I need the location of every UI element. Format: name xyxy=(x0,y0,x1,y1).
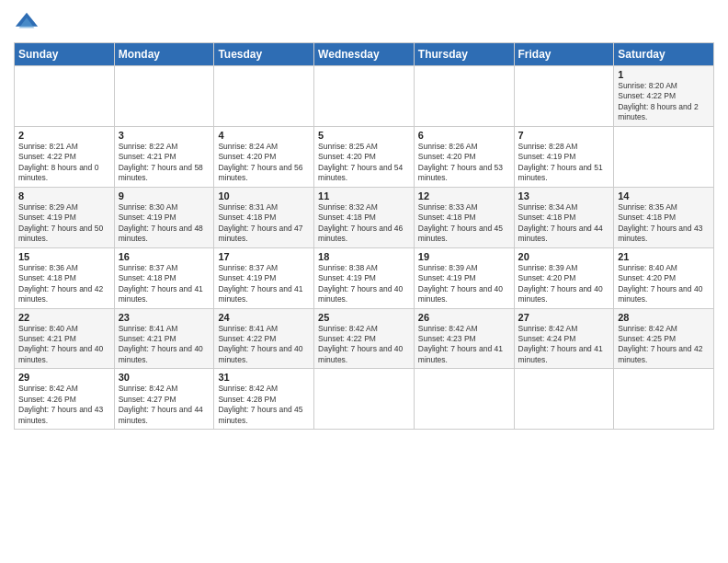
daylight: Daylight: 7 hours and 40 minutes. xyxy=(318,344,403,363)
sunrise: Sunrise: 8:31 AM xyxy=(218,202,278,212)
cell-content: Sunrise: 8:42 AM Sunset: 4:23 PM Dayligh… xyxy=(418,324,510,366)
sunset: Sunset: 4:18 PM xyxy=(318,213,376,222)
day-number: 26 xyxy=(418,312,510,323)
daylight: Daylight: 8 hours and 0 minutes. xyxy=(18,163,98,182)
cell-content: Sunrise: 8:37 AM Sunset: 4:18 PM Dayligh… xyxy=(119,263,210,305)
cell-content: Sunrise: 8:42 AM Sunset: 4:24 PM Dayligh… xyxy=(518,324,610,366)
calendar-cell: 20 Sunrise: 8:39 AM Sunset: 4:20 PM Dayl… xyxy=(514,247,614,308)
calendar-cell: 8 Sunrise: 8:29 AM Sunset: 4:19 PM Dayli… xyxy=(15,187,115,247)
calendar-cell xyxy=(314,66,415,127)
calendar-cell: 1 Sunrise: 8:20 AM Sunset: 4:22 PM Dayli… xyxy=(614,66,714,127)
calendar-cell: 27 Sunrise: 8:42 AM Sunset: 4:24 PM Dayl… xyxy=(514,308,614,369)
daylight: Daylight: 7 hours and 41 minutes. xyxy=(119,284,203,304)
sunset: Sunset: 4:19 PM xyxy=(218,273,276,282)
daylight: Daylight: 7 hours and 58 minutes. xyxy=(119,163,203,182)
calendar-cell: 12 Sunrise: 8:33 AM Sunset: 4:18 PM Dayl… xyxy=(414,187,514,247)
sunrise: Sunrise: 8:20 AM xyxy=(618,81,677,90)
sunset: Sunset: 4:19 PM xyxy=(418,273,476,282)
daylight: Daylight: 7 hours and 53 minutes. xyxy=(418,163,503,182)
sunset: Sunset: 4:24 PM xyxy=(518,334,576,343)
day-number: 27 xyxy=(518,312,610,323)
cell-content: Sunrise: 8:25 AM Sunset: 4:20 PM Dayligh… xyxy=(318,142,410,184)
sunrise: Sunrise: 8:42 AM xyxy=(318,324,378,333)
calendar-cell: 13 Sunrise: 8:34 AM Sunset: 4:18 PM Dayl… xyxy=(514,187,614,247)
calendar-cell: 28 Sunrise: 8:42 AM Sunset: 4:25 PM Dayl… xyxy=(614,308,714,369)
cell-content: Sunrise: 8:39 AM Sunset: 4:20 PM Dayligh… xyxy=(518,263,610,305)
sunrise: Sunrise: 8:42 AM xyxy=(218,384,278,393)
sunrise: Sunrise: 8:21 AM xyxy=(18,142,78,151)
day-number: 31 xyxy=(218,372,310,383)
column-header-wednesday: Wednesday xyxy=(314,43,415,66)
daylight: Daylight: 7 hours and 42 minutes. xyxy=(618,344,702,363)
daylight: Daylight: 7 hours and 41 minutes. xyxy=(218,284,302,304)
calendar-cell: 7 Sunrise: 8:28 AM Sunset: 4:19 PM Dayli… xyxy=(514,126,614,187)
calendar-week-row: 8 Sunrise: 8:29 AM Sunset: 4:19 PM Dayli… xyxy=(15,187,714,247)
sunrise: Sunrise: 8:39 AM xyxy=(518,263,578,272)
sunrise: Sunrise: 8:26 AM xyxy=(418,142,478,151)
sunset: Sunset: 4:20 PM xyxy=(618,273,676,282)
cell-content: Sunrise: 8:33 AM Sunset: 4:18 PM Dayligh… xyxy=(418,202,510,245)
calendar-cell: 10 Sunrise: 8:31 AM Sunset: 4:18 PM Dayl… xyxy=(214,187,314,247)
sunset: Sunset: 4:20 PM xyxy=(418,152,476,161)
cell-content: Sunrise: 8:41 AM Sunset: 4:21 PM Dayligh… xyxy=(119,324,210,366)
cell-content: Sunrise: 8:28 AM Sunset: 4:19 PM Dayligh… xyxy=(518,142,610,184)
calendar-cell xyxy=(514,66,614,127)
daylight: Daylight: 7 hours and 43 minutes. xyxy=(618,224,702,243)
daylight: Daylight: 7 hours and 40 minutes. xyxy=(119,344,203,363)
sunset: Sunset: 4:22 PM xyxy=(218,334,276,343)
column-header-sunday: Sunday xyxy=(15,43,115,66)
calendar-cell: 21 Sunrise: 8:40 AM Sunset: 4:20 PM Dayl… xyxy=(614,247,714,308)
calendar-week-row: 22 Sunrise: 8:40 AM Sunset: 4:21 PM Dayl… xyxy=(15,308,714,369)
daylight: Daylight: 7 hours and 43 minutes. xyxy=(18,405,103,424)
sunset: Sunset: 4:26 PM xyxy=(18,395,76,404)
sunset: Sunset: 4:25 PM xyxy=(618,334,676,343)
cell-content: Sunrise: 8:39 AM Sunset: 4:19 PM Dayligh… xyxy=(418,263,510,305)
cell-content: Sunrise: 8:40 AM Sunset: 4:21 PM Dayligh… xyxy=(18,324,110,366)
daylight: Daylight: 7 hours and 41 minutes. xyxy=(418,344,503,363)
calendar-cell: 26 Sunrise: 8:42 AM Sunset: 4:23 PM Dayl… xyxy=(414,308,514,369)
day-number: 16 xyxy=(119,251,210,262)
cell-content: Sunrise: 8:42 AM Sunset: 4:26 PM Dayligh… xyxy=(18,384,110,426)
day-number: 14 xyxy=(618,190,710,201)
calendar-cell xyxy=(614,369,714,430)
sunrise: Sunrise: 8:37 AM xyxy=(218,263,278,272)
sunrise: Sunrise: 8:33 AM xyxy=(418,202,478,212)
day-number: 23 xyxy=(119,312,210,323)
sunset: Sunset: 4:18 PM xyxy=(418,213,476,222)
sunset: Sunset: 4:19 PM xyxy=(119,213,176,222)
sunrise: Sunrise: 8:40 AM xyxy=(18,324,78,333)
daylight: Daylight: 7 hours and 40 minutes. xyxy=(518,284,603,304)
day-number: 22 xyxy=(18,312,110,323)
day-number: 15 xyxy=(18,251,110,262)
calendar-week-row: 2 Sunrise: 8:21 AM Sunset: 4:22 PM Dayli… xyxy=(15,126,714,187)
calendar-cell xyxy=(214,66,314,127)
sunset: Sunset: 4:22 PM xyxy=(618,91,676,100)
calendar-cell: 18 Sunrise: 8:38 AM Sunset: 4:19 PM Dayl… xyxy=(314,247,415,308)
calendar-cell: 3 Sunrise: 8:22 AM Sunset: 4:21 PM Dayli… xyxy=(114,126,214,187)
sunset: Sunset: 4:18 PM xyxy=(119,273,176,282)
sunset: Sunset: 4:21 PM xyxy=(119,152,176,161)
cell-content: Sunrise: 8:42 AM Sunset: 4:25 PM Dayligh… xyxy=(618,324,710,366)
daylight: Daylight: 7 hours and 45 minutes. xyxy=(418,224,503,243)
calendar-cell xyxy=(514,369,614,430)
calendar-cell: 11 Sunrise: 8:32 AM Sunset: 4:18 PM Dayl… xyxy=(314,187,415,247)
calendar-cell xyxy=(314,369,415,430)
calendar-header-row: SundayMondayTuesdayWednesdayThursdayFrid… xyxy=(15,43,714,66)
logo xyxy=(14,9,43,35)
cell-content: Sunrise: 8:22 AM Sunset: 4:21 PM Dayligh… xyxy=(119,142,210,184)
calendar-cell xyxy=(114,66,214,127)
calendar-table: SundayMondayTuesdayWednesdayThursdayFrid… xyxy=(14,42,714,430)
daylight: Daylight: 7 hours and 56 minutes. xyxy=(218,163,302,182)
column-header-monday: Monday xyxy=(114,43,214,66)
day-number: 19 xyxy=(418,251,510,262)
sunrise: Sunrise: 8:22 AM xyxy=(119,142,178,151)
column-header-friday: Friday xyxy=(514,43,614,66)
daylight: Daylight: 7 hours and 41 minutes. xyxy=(518,344,603,363)
day-number: 11 xyxy=(318,190,410,201)
sunset: Sunset: 4:22 PM xyxy=(318,334,376,343)
day-number: 7 xyxy=(518,130,610,141)
cell-content: Sunrise: 8:26 AM Sunset: 4:20 PM Dayligh… xyxy=(418,142,510,184)
day-number: 6 xyxy=(418,130,510,141)
daylight: Daylight: 8 hours and 2 minutes. xyxy=(618,102,698,121)
cell-content: Sunrise: 8:41 AM Sunset: 4:22 PM Dayligh… xyxy=(218,324,310,366)
